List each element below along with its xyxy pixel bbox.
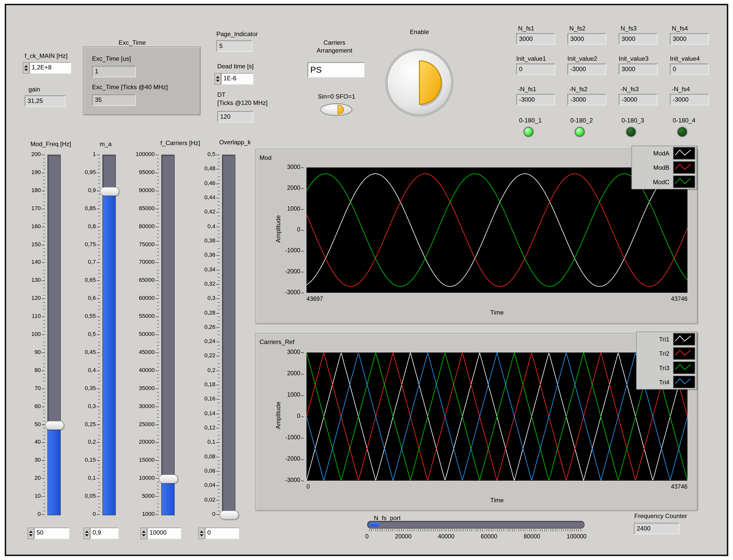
init-value-1-value: 0	[516, 64, 555, 75]
slider-tick-label: 120	[31, 295, 41, 301]
slider-tick-label: 0,22	[204, 352, 215, 359]
line-style-sample-icon	[673, 147, 695, 160]
slider-tick-label: 10000	[139, 475, 154, 481]
m-a-slider[interactable]: 10,950,90,850,80,750,70,650,60,550,50,45…	[72, 152, 121, 522]
carriers-arrangement-label-line1: Carriers	[306, 39, 363, 46]
legend-item-moda[interactable]: ModA	[632, 146, 696, 160]
legend-item-modc[interactable]: ModC	[632, 175, 696, 189]
f-carriers-slider[interactable]: 1000009500090000850008000075000700006500…	[131, 152, 180, 522]
nfs-port-minor-ticks	[369, 529, 583, 531]
legend-label: Tri4	[640, 378, 673, 385]
led-1-label: 0-180_1	[519, 117, 542, 124]
spinner-icon[interactable]	[27, 527, 34, 539]
tick-label: 80000	[524, 533, 540, 540]
slider-tick-label: 40000	[139, 367, 154, 373]
dead-time-control[interactable]: 1E-6	[214, 73, 253, 85]
y-tick-label: -3000	[285, 477, 300, 484]
slider-minor-ticks	[218, 155, 220, 514]
slider-tick-label: 0,75	[85, 241, 96, 247]
m-a-numeric[interactable]: 0,9	[84, 527, 119, 539]
y-tick-label: 1000	[287, 206, 300, 212]
y-tick-label: 1000	[287, 392, 300, 398]
slider-scale: 10,950,90,850,80,750,70,650,60,550,50,45…	[72, 155, 100, 514]
led-2-label: 0-180_2	[570, 117, 593, 124]
mod-freq-slider[interactable]: 2001901801701601501401301201101009080706…	[17, 152, 66, 522]
slider-tick-label: 30000	[139, 403, 154, 409]
nfs-port-slider[interactable]	[367, 521, 584, 528]
mod-freq-numeric[interactable]: 50	[27, 527, 69, 539]
n-fs-3-value: 3000	[619, 33, 658, 45]
slider-fill	[103, 191, 115, 515]
n-fs-4-value: 3000	[670, 33, 709, 45]
led-3-indicator	[626, 127, 636, 136]
knob-icon	[384, 48, 455, 118]
m-a-slider-label: m_a	[100, 141, 112, 148]
slider-tick-label: 0,24	[204, 338, 215, 345]
overlapp-k-numeric-value[interactable]: 0	[205, 527, 239, 539]
slider-tick-label: 0,65	[85, 277, 96, 283]
frequency-counter-label: Frequency Counter	[634, 512, 687, 520]
spinner-icon[interactable]	[84, 527, 90, 539]
f-ck-main-label: f_ck_MAIN [Hz]	[25, 52, 68, 59]
slider-track[interactable]	[48, 155, 61, 515]
gain-label: gain	[28, 86, 40, 93]
slider-scale: 0,50,480,460,440,420,40,380,360,340,320,…	[192, 155, 219, 514]
slider-tick-label: 5000	[142, 492, 155, 499]
enable-knob[interactable]	[384, 48, 455, 120]
mod-chart-x-axis-label: Time	[306, 309, 687, 316]
slider-tick-label: 0,45	[85, 349, 96, 355]
spinner-icon[interactable]	[214, 73, 221, 85]
f-carriers-numeric-value[interactable]: 10000	[147, 527, 181, 539]
dead-time-value[interactable]: 1E-6	[221, 73, 253, 85]
slider-thumb[interactable]	[45, 421, 64, 429]
f-ck-main-control[interactable]: 1,2E+8	[23, 62, 71, 74]
slider-minor-ticks	[157, 155, 159, 514]
mod-freq-numeric-value[interactable]: 50	[34, 527, 69, 539]
n-fs-2-value: 3000	[567, 33, 606, 45]
slider-track[interactable]	[102, 155, 116, 515]
slider-tick-label: 150	[31, 241, 41, 247]
overlapp-k-slider[interactable]: 0,50,480,460,440,420,40,380,360,340,320,…	[192, 152, 241, 522]
slider-tick-label: 0,04	[204, 482, 215, 488]
nfs-port-label: N_fs_port	[374, 514, 400, 521]
spinner-icon[interactable]	[141, 527, 147, 539]
slider-thumb[interactable]	[220, 510, 239, 519]
slider-tick-label: 0,46	[204, 180, 215, 186]
slider-track[interactable]	[161, 155, 175, 515]
carriers-ref-chart-plot	[306, 352, 687, 480]
carriers-arrangement-value[interactable]: PS	[307, 62, 364, 77]
slider-tick-label: 0,3	[208, 295, 215, 301]
legend-item-tri1[interactable]: Tri1	[637, 332, 696, 346]
mod-chart-legend: ModA ModB ModC	[631, 146, 697, 189]
legend-item-tri4[interactable]: Tri4	[637, 375, 696, 389]
slider-tick-label: 60000	[139, 295, 154, 301]
legend-item-modb[interactable]: ModB	[632, 160, 696, 175]
line-style-sample-icon	[673, 362, 695, 374]
tick-label: 60000	[481, 533, 497, 540]
led-4-label: 0-180_4	[673, 117, 695, 124]
line-style-sample-icon	[673, 376, 695, 388]
slider-tick-label: 0,42	[204, 208, 215, 215]
legend-item-tri2[interactable]: Tri2	[637, 346, 696, 361]
slider-track[interactable]	[222, 155, 235, 515]
sfo-toggle[interactable]	[320, 102, 353, 118]
init-value-4-value: 0	[670, 64, 709, 75]
slider-tick-label: 160	[31, 223, 41, 229]
slider-tick-label: 50000	[139, 331, 154, 337]
f-ck-main-value[interactable]: 1,2E+8	[29, 62, 71, 74]
slider-tick-label: 0,85	[85, 205, 96, 211]
x-tick-label: 0	[306, 484, 310, 490]
legend-label: Tri1	[640, 336, 673, 343]
f-carriers-numeric[interactable]: 10000	[141, 527, 181, 539]
legend-item-tri3[interactable]: Tri3	[637, 361, 696, 375]
slider-tick-label: 0,48	[204, 165, 215, 172]
slider-fill	[48, 425, 60, 515]
tick-label: 0	[365, 533, 369, 540]
led-3-label: 0-180_3	[621, 117, 644, 124]
spinner-icon[interactable]	[23, 62, 29, 74]
spinner-icon[interactable]	[198, 527, 205, 539]
slider-thumb[interactable]	[159, 475, 178, 484]
overlapp-k-numeric[interactable]: 0	[198, 527, 239, 539]
slider-thumb[interactable]	[100, 187, 119, 196]
m-a-numeric-value[interactable]: 0,9	[90, 527, 119, 539]
